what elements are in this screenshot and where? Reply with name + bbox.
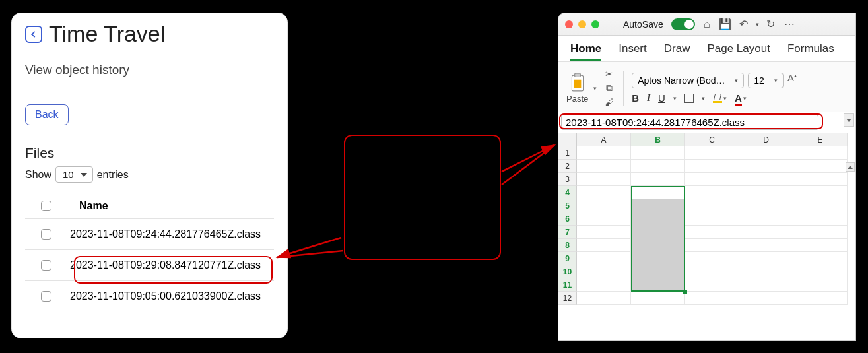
row-header[interactable]: 1 xyxy=(558,146,577,160)
row-header[interactable]: 2 xyxy=(558,160,577,173)
formula-input[interactable]: 2023-11-08T09:24:44.281776465Z.class xyxy=(561,115,818,130)
row-header[interactable]: 7 xyxy=(558,226,577,239)
row-checkbox[interactable] xyxy=(41,291,51,302)
expand-formula-icon[interactable] xyxy=(844,113,854,127)
row-checkbox[interactable] xyxy=(41,229,51,240)
clipboard-icon xyxy=(569,73,586,92)
home-icon[interactable]: ⌂ xyxy=(700,18,714,30)
autosave-toggle[interactable] xyxy=(671,18,695,30)
col-header[interactable]: E xyxy=(793,133,848,146)
more-icon[interactable]: ⋯ xyxy=(783,18,796,30)
cut-icon[interactable]: ✂ xyxy=(603,69,615,79)
font-name: Aptos Narrow (Bod… xyxy=(638,75,725,86)
copy-icon[interactable]: ⧉ xyxy=(603,82,615,94)
chevron-down-icon[interactable]: ▾ xyxy=(593,85,597,92)
col-header[interactable]: C xyxy=(685,133,739,146)
save-icon[interactable]: 💾 xyxy=(719,18,732,30)
undo-icon[interactable]: ↶ xyxy=(737,18,751,30)
redo-icon[interactable]: ↻ xyxy=(764,18,778,30)
row-header[interactable]: 4 xyxy=(558,186,577,199)
col-header[interactable]: A xyxy=(577,133,631,146)
svg-rect-1 xyxy=(574,73,580,77)
row-header[interactable]: 5 xyxy=(558,199,577,212)
minimize-dot-icon[interactable] xyxy=(578,20,586,28)
chevron-down-icon[interactable]: ▾ xyxy=(756,21,759,28)
chevron-down-icon[interactable]: ▾ xyxy=(702,95,705,102)
col-header[interactable]: B xyxy=(631,133,685,146)
bold-button[interactable]: B xyxy=(632,92,639,104)
entries-label: entries xyxy=(97,169,129,181)
chevron-down-icon: ▾ xyxy=(735,77,738,84)
row-header[interactable]: 8 xyxy=(558,239,577,252)
entries-control: Show 10 entries xyxy=(25,166,274,183)
table-row[interactable]: 2023-11-08T09:29:08.847120771Z.class xyxy=(25,249,274,280)
row-header[interactable]: 6 xyxy=(558,212,577,226)
entries-value: 10 xyxy=(63,169,74,180)
sheet-grid[interactable]: 1 2 3 4 5 6 7 8 9 10 11 12 A B C D E xyxy=(558,133,855,305)
font-size-select[interactable]: 12▾ xyxy=(748,73,784,88)
row-header[interactable]: 10 xyxy=(558,265,577,278)
autosave-label: AutoSave xyxy=(623,19,663,30)
col-header[interactable]: D xyxy=(739,133,793,146)
chevron-down-icon: ▾ xyxy=(774,77,778,84)
paste-button[interactable]: Paste xyxy=(566,73,588,104)
chevron-down-icon: ▾ xyxy=(743,95,747,102)
row-header[interactable]: 3 xyxy=(558,173,577,186)
formula-bar: 2023-11-08T09:24:44.281776465Z.class xyxy=(558,112,855,133)
annotation-box xyxy=(344,135,501,260)
select-all-corner[interactable] xyxy=(558,133,577,146)
divider xyxy=(25,92,274,92)
select-all-checkbox[interactable] xyxy=(41,201,51,211)
ribbon: Paste ▾ ✂ ⧉ 🖌 Aptos Narrow (Bod…▾ 12▾ A▴… xyxy=(558,61,855,112)
panel-title: Time Travel xyxy=(49,21,165,47)
file-name: 2023-11-08T09:29:08.847120771Z.class xyxy=(70,259,261,271)
fill-color-button[interactable]: ▾ xyxy=(713,94,727,103)
table-row[interactable]: 2023-11-10T09:05:00.621033900Z.class xyxy=(25,280,274,311)
excel-window: AutoSave ⌂ 💾 ↶ ▾ ↻ ⋯ Home Insert Draw Pa… xyxy=(558,13,855,340)
border-button[interactable] xyxy=(684,94,694,103)
row-header[interactable]: 12 xyxy=(558,292,577,305)
font-size: 12 xyxy=(754,75,764,86)
tab-insert[interactable]: Insert xyxy=(618,42,647,61)
tab-formulas[interactable]: Formulas xyxy=(787,42,834,61)
svg-rect-2 xyxy=(574,80,581,88)
table-header: Name xyxy=(25,193,274,218)
back-box-icon[interactable] xyxy=(25,26,42,43)
tab-home[interactable]: Home xyxy=(570,42,601,61)
chevron-down-icon xyxy=(81,173,87,177)
panel-subtitle: View object history xyxy=(25,63,274,77)
col-name: Name xyxy=(79,200,108,212)
chevron-down-icon[interactable]: ▾ xyxy=(673,95,677,102)
entries-select[interactable]: 10 xyxy=(55,166,93,183)
scroll-up-icon[interactable] xyxy=(846,162,855,172)
row-checkbox[interactable] xyxy=(41,260,51,271)
titlebar: AutoSave ⌂ 💾 ↶ ▾ ↻ ⋯ xyxy=(558,13,855,36)
divider xyxy=(623,71,624,106)
increase-font-icon[interactable]: A▴ xyxy=(787,73,796,88)
files-table: Name 2023-11-08T09:24:44.281776465Z.clas… xyxy=(25,193,274,311)
paint-bucket-icon xyxy=(713,94,722,103)
underline-button[interactable]: U xyxy=(658,92,665,104)
show-label: Show xyxy=(25,169,51,181)
file-name: 2023-11-08T09:24:44.281776465Z.class xyxy=(70,228,261,240)
paste-label: Paste xyxy=(566,94,588,104)
font-color-button[interactable]: A▾ xyxy=(735,92,747,104)
italic-button[interactable]: I xyxy=(647,92,650,104)
font-color-icon: A xyxy=(735,92,742,104)
ribbon-tabs: Home Insert Draw Page Layout Formulas xyxy=(558,36,855,61)
row-header[interactable]: 9 xyxy=(558,252,577,265)
format-painter-icon[interactable]: 🖌 xyxy=(603,97,615,108)
font-select[interactable]: Aptos Narrow (Bod…▾ xyxy=(632,73,744,88)
row-header[interactable]: 11 xyxy=(558,278,577,292)
tab-page-layout[interactable]: Page Layout xyxy=(707,42,770,61)
back-button[interactable]: Back xyxy=(25,104,69,125)
time-travel-panel: Time Travel View object history Back Fil… xyxy=(12,13,287,338)
close-dot-icon[interactable] xyxy=(565,20,573,28)
chevron-down-icon: ▾ xyxy=(723,95,727,102)
table-row[interactable]: 2023-11-08T09:24:44.281776465Z.class xyxy=(25,218,274,249)
files-heading: Files xyxy=(25,145,274,161)
tab-draw[interactable]: Draw xyxy=(664,42,690,61)
file-name: 2023-11-10T09:05:00.621033900Z.class xyxy=(70,290,261,302)
zoom-dot-icon[interactable] xyxy=(591,20,599,28)
